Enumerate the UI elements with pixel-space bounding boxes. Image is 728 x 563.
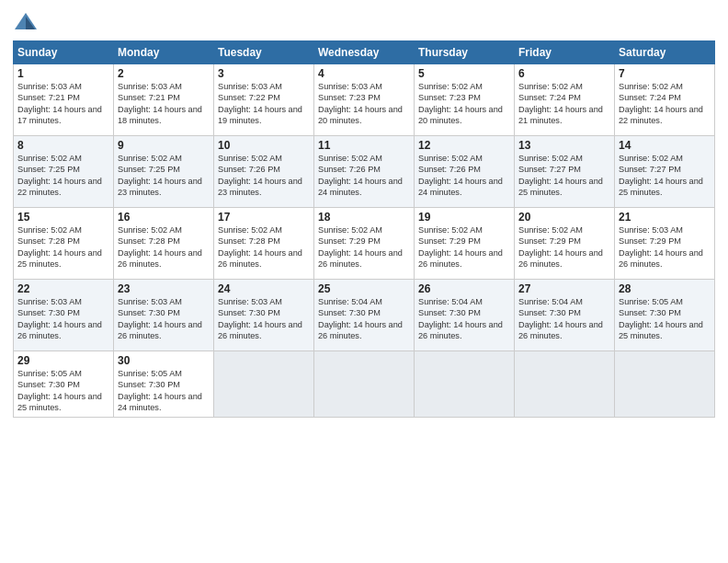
calendar-cell: 22 Sunrise: 5:03 AMSunset: 7:30 PMDaylig… bbox=[14, 280, 114, 351]
day-number: 1 bbox=[17, 67, 109, 80]
calendar-cell: 16 Sunrise: 5:02 AMSunset: 7:28 PMDaylig… bbox=[114, 208, 214, 280]
logo-icon bbox=[13, 9, 39, 35]
calendar-cell: 12 Sunrise: 5:02 AMSunset: 7:26 PMDaylig… bbox=[415, 136, 515, 208]
day-info: Sunrise: 5:02 AMSunset: 7:24 PMDaylight:… bbox=[518, 81, 610, 127]
day-number: 4 bbox=[318, 67, 410, 80]
day-number: 19 bbox=[418, 211, 510, 224]
day-info: Sunrise: 5:02 AMSunset: 7:26 PMDaylight:… bbox=[318, 153, 410, 199]
calendar-cell: 5 Sunrise: 5:02 AMSunset: 7:23 PMDayligh… bbox=[415, 64, 515, 136]
day-number: 12 bbox=[418, 139, 510, 152]
day-number: 21 bbox=[619, 211, 711, 224]
day-number: 8 bbox=[17, 139, 109, 152]
calendar-cell bbox=[415, 351, 515, 418]
day-number: 14 bbox=[619, 139, 711, 152]
weekday-header: Monday bbox=[114, 41, 214, 64]
calendar-cell: 23 Sunrise: 5:03 AMSunset: 7:30 PMDaylig… bbox=[114, 280, 214, 351]
calendar-cell bbox=[214, 351, 314, 418]
calendar-cell: 2 Sunrise: 5:03 AMSunset: 7:21 PMDayligh… bbox=[114, 64, 214, 136]
day-info: Sunrise: 5:02 AMSunset: 7:25 PMDaylight:… bbox=[17, 153, 109, 199]
calendar-cell: 11 Sunrise: 5:02 AMSunset: 7:26 PMDaylig… bbox=[314, 136, 415, 208]
day-info: Sunrise: 5:02 AMSunset: 7:25 PMDaylight:… bbox=[118, 153, 210, 199]
weekday-header: Saturday bbox=[615, 41, 715, 64]
day-info: Sunrise: 5:03 AMSunset: 7:22 PMDaylight:… bbox=[218, 81, 310, 127]
day-number: 23 bbox=[118, 282, 210, 295]
calendar-cell: 28 Sunrise: 5:05 AMSunset: 7:30 PMDaylig… bbox=[615, 280, 715, 351]
day-info: Sunrise: 5:03 AMSunset: 7:23 PMDaylight:… bbox=[318, 81, 410, 127]
day-info: Sunrise: 5:03 AMSunset: 7:29 PMDaylight:… bbox=[619, 224, 711, 270]
day-info: Sunrise: 5:02 AMSunset: 7:24 PMDaylight:… bbox=[619, 81, 711, 127]
day-info: Sunrise: 5:02 AMSunset: 7:29 PMDaylight:… bbox=[518, 224, 610, 270]
day-number: 30 bbox=[118, 354, 210, 367]
calendar: SundayMondayTuesdayWednesdayThursdayFrid… bbox=[13, 40, 715, 418]
day-number: 25 bbox=[318, 282, 410, 295]
day-info: Sunrise: 5:02 AMSunset: 7:27 PMDaylight:… bbox=[518, 153, 610, 199]
day-info: Sunrise: 5:02 AMSunset: 7:27 PMDaylight:… bbox=[619, 153, 711, 199]
weekday-header: Friday bbox=[515, 41, 615, 64]
day-info: Sunrise: 5:03 AMSunset: 7:21 PMDaylight:… bbox=[118, 81, 210, 127]
weekday-header: Wednesday bbox=[314, 41, 415, 64]
calendar-cell: 14 Sunrise: 5:02 AMSunset: 7:27 PMDaylig… bbox=[615, 136, 715, 208]
day-number: 6 bbox=[518, 67, 610, 80]
day-info: Sunrise: 5:02 AMSunset: 7:28 PMDaylight:… bbox=[218, 224, 310, 270]
page: SundayMondayTuesdayWednesdayThursdayFrid… bbox=[0, 0, 728, 563]
calendar-cell: 3 Sunrise: 5:03 AMSunset: 7:22 PMDayligh… bbox=[214, 64, 314, 136]
day-info: Sunrise: 5:02 AMSunset: 7:28 PMDaylight:… bbox=[17, 224, 109, 270]
day-number: 26 bbox=[418, 282, 510, 295]
calendar-cell: 25 Sunrise: 5:04 AMSunset: 7:30 PMDaylig… bbox=[314, 280, 415, 351]
calendar-cell: 9 Sunrise: 5:02 AMSunset: 7:25 PMDayligh… bbox=[114, 136, 214, 208]
weekday-header: Sunday bbox=[14, 41, 114, 64]
calendar-cell bbox=[314, 351, 415, 418]
calendar-cell: 18 Sunrise: 5:02 AMSunset: 7:29 PMDaylig… bbox=[314, 208, 415, 280]
day-number: 3 bbox=[218, 67, 310, 80]
day-number: 18 bbox=[318, 211, 410, 224]
day-number: 16 bbox=[118, 211, 210, 224]
calendar-cell: 7 Sunrise: 5:02 AMSunset: 7:24 PMDayligh… bbox=[615, 64, 715, 136]
calendar-cell: 20 Sunrise: 5:02 AMSunset: 7:29 PMDaylig… bbox=[515, 208, 615, 280]
weekday-header: Tuesday bbox=[214, 41, 314, 64]
calendar-cell: 15 Sunrise: 5:02 AMSunset: 7:28 PMDaylig… bbox=[14, 208, 114, 280]
day-info: Sunrise: 5:05 AMSunset: 7:30 PMDaylight:… bbox=[118, 368, 210, 414]
svg-marker-1 bbox=[26, 17, 35, 29]
day-info: Sunrise: 5:05 AMSunset: 7:30 PMDaylight:… bbox=[17, 368, 109, 414]
day-number: 9 bbox=[118, 139, 210, 152]
calendar-cell: 10 Sunrise: 5:02 AMSunset: 7:26 PMDaylig… bbox=[214, 136, 314, 208]
calendar-cell: 30 Sunrise: 5:05 AMSunset: 7:30 PMDaylig… bbox=[114, 351, 214, 418]
day-info: Sunrise: 5:02 AMSunset: 7:29 PMDaylight:… bbox=[318, 224, 410, 270]
day-number: 24 bbox=[218, 282, 310, 295]
day-info: Sunrise: 5:04 AMSunset: 7:30 PMDaylight:… bbox=[518, 296, 610, 342]
day-number: 2 bbox=[118, 67, 210, 80]
day-number: 11 bbox=[318, 139, 410, 152]
calendar-cell: 8 Sunrise: 5:02 AMSunset: 7:25 PMDayligh… bbox=[14, 136, 114, 208]
day-info: Sunrise: 5:03 AMSunset: 7:21 PMDaylight:… bbox=[17, 81, 109, 127]
day-number: 7 bbox=[619, 67, 711, 80]
calendar-cell: 13 Sunrise: 5:02 AMSunset: 7:27 PMDaylig… bbox=[515, 136, 615, 208]
day-number: 28 bbox=[619, 282, 711, 295]
day-info: Sunrise: 5:02 AMSunset: 7:26 PMDaylight:… bbox=[418, 153, 510, 199]
day-number: 15 bbox=[17, 211, 109, 224]
day-info: Sunrise: 5:02 AMSunset: 7:23 PMDaylight:… bbox=[418, 81, 510, 127]
day-number: 5 bbox=[418, 67, 510, 80]
day-info: Sunrise: 5:02 AMSunset: 7:28 PMDaylight:… bbox=[118, 224, 210, 270]
day-info: Sunrise: 5:05 AMSunset: 7:30 PMDaylight:… bbox=[619, 296, 711, 342]
day-info: Sunrise: 5:02 AMSunset: 7:26 PMDaylight:… bbox=[218, 153, 310, 199]
calendar-cell: 29 Sunrise: 5:05 AMSunset: 7:30 PMDaylig… bbox=[14, 351, 114, 418]
day-number: 22 bbox=[17, 282, 109, 295]
calendar-cell: 4 Sunrise: 5:03 AMSunset: 7:23 PMDayligh… bbox=[314, 64, 415, 136]
calendar-cell: 1 Sunrise: 5:03 AMSunset: 7:21 PMDayligh… bbox=[14, 64, 114, 136]
calendar-cell: 26 Sunrise: 5:04 AMSunset: 7:30 PMDaylig… bbox=[415, 280, 515, 351]
day-info: Sunrise: 5:04 AMSunset: 7:30 PMDaylight:… bbox=[418, 296, 510, 342]
day-info: Sunrise: 5:03 AMSunset: 7:30 PMDaylight:… bbox=[17, 296, 109, 342]
calendar-cell bbox=[615, 351, 715, 418]
calendar-cell: 21 Sunrise: 5:03 AMSunset: 7:29 PMDaylig… bbox=[615, 208, 715, 280]
day-info: Sunrise: 5:02 AMSunset: 7:29 PMDaylight:… bbox=[418, 224, 510, 270]
day-number: 10 bbox=[218, 139, 310, 152]
day-info: Sunrise: 5:03 AMSunset: 7:30 PMDaylight:… bbox=[218, 296, 310, 342]
calendar-cell: 6 Sunrise: 5:02 AMSunset: 7:24 PMDayligh… bbox=[515, 64, 615, 136]
calendar-cell: 17 Sunrise: 5:02 AMSunset: 7:28 PMDaylig… bbox=[214, 208, 314, 280]
day-number: 13 bbox=[518, 139, 610, 152]
calendar-cell: 24 Sunrise: 5:03 AMSunset: 7:30 PMDaylig… bbox=[214, 280, 314, 351]
day-number: 29 bbox=[17, 354, 109, 367]
calendar-cell: 19 Sunrise: 5:02 AMSunset: 7:29 PMDaylig… bbox=[415, 208, 515, 280]
day-number: 17 bbox=[218, 211, 310, 224]
header bbox=[13, 9, 715, 35]
